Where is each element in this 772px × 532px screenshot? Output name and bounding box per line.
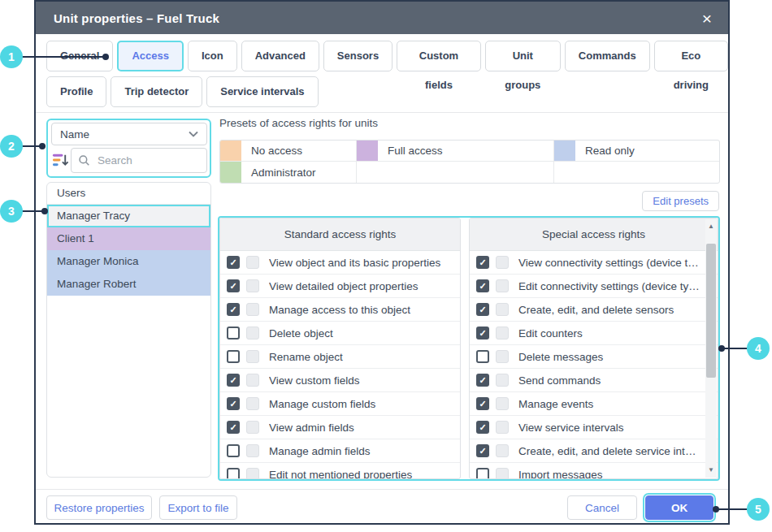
- list-item-manager-monica[interactable]: Manager Monica: [47, 250, 210, 273]
- checkbox-disabled: [246, 397, 259, 410]
- presets-label: Presets of access rights for units: [219, 117, 378, 129]
- access-right-label: View connectivity settings (device typ…: [518, 257, 701, 269]
- checkbox-unchecked[interactable]: [227, 468, 240, 479]
- preset-empty-cell: [357, 162, 554, 183]
- checkbox-unchecked[interactable]: [227, 327, 240, 340]
- checkbox-unchecked[interactable]: [227, 350, 240, 363]
- checkbox-checked[interactable]: ✓: [476, 397, 489, 410]
- checkbox-disabled: [246, 374, 259, 387]
- tab-eco-driving[interactable]: Eco driving: [654, 41, 728, 71]
- preset-no-access[interactable]: No access: [220, 141, 357, 162]
- checkbox-checked[interactable]: ✓: [476, 444, 489, 457]
- edit-presets-button[interactable]: Edit presets: [642, 191, 719, 211]
- preset-read-only[interactable]: Read only: [554, 141, 719, 162]
- export-to-file-button[interactable]: Export to file: [159, 495, 237, 520]
- restore-properties-button[interactable]: Restore properties: [46, 495, 152, 520]
- access-right-label: View detailed object properties: [269, 280, 460, 292]
- list-item-client-1[interactable]: Client 1: [47, 227, 210, 250]
- presets-table: No accessFull accessRead onlyAdministrat…: [219, 140, 720, 184]
- access-right-row-edit-counters: ✓Edit counters: [470, 322, 718, 345]
- check-icon: ✓: [479, 305, 486, 314]
- callout-badge-2: 2: [0, 135, 23, 158]
- tab-icon[interactable]: Icon: [188, 41, 237, 71]
- checkbox-checked[interactable]: ✓: [227, 374, 240, 387]
- tab-trip-detector[interactable]: Trip detector: [111, 76, 202, 107]
- access-right-row-view-custom-fields: ✓View custom fields: [220, 369, 460, 392]
- checkbox-unchecked[interactable]: [476, 468, 489, 479]
- filter-type-select[interactable]: Name: [51, 123, 207, 145]
- vertical-scrollbar[interactable]: ▲ ▼: [705, 219, 717, 478]
- checkbox-disabled: [496, 397, 509, 410]
- access-right-label: Create, edit, and delete service interv…: [518, 445, 701, 457]
- checkbox-disabled: [496, 350, 509, 363]
- list-item-manager-robert[interactable]: Manager Robert: [47, 273, 210, 296]
- access-right-row-view-connectivity-settings-device-typ: ✓View connectivity settings (device typ…: [470, 251, 718, 275]
- tab-service-intervals[interactable]: Service intervals: [206, 76, 318, 107]
- sort-icon: [52, 152, 69, 169]
- checkbox-checked[interactable]: ✓: [227, 279, 240, 292]
- access-right-label: Rename object: [269, 351, 460, 363]
- check-icon: ✓: [229, 305, 236, 314]
- checkbox-checked[interactable]: ✓: [227, 256, 240, 269]
- checkbox-checked[interactable]: ✓: [476, 256, 489, 269]
- checkbox-checked[interactable]: ✓: [227, 397, 240, 410]
- users-list-body: Manager TracyClient 1Manager MonicaManag…: [47, 205, 210, 296]
- callout-line-1: [21, 56, 107, 58]
- ok-button[interactable]: OK: [645, 495, 713, 520]
- tab-custom-fields[interactable]: Custom fields: [397, 41, 481, 71]
- tab-profile[interactable]: Profile: [46, 76, 106, 107]
- preset-administrator[interactable]: Administrator: [220, 162, 357, 183]
- standard-rights-header: Standard access rights: [220, 218, 460, 251]
- search-box: [71, 148, 207, 173]
- check-icon: ✓: [479, 400, 486, 409]
- access-rights-panel: Standard access rights ✓View object and …: [218, 216, 720, 481]
- dialog-title: Unit properties – Fuel Truck: [36, 11, 219, 25]
- tabs-row-1: GeneralAccessIconAdvancedSensorsCustom f…: [46, 41, 728, 71]
- dialog-titlebar: Unit properties – Fuel Truck ×: [36, 2, 728, 34]
- check-icon: ✓: [229, 423, 236, 432]
- access-right-label: Manage access to this object: [269, 304, 460, 316]
- access-right-row-create-edit-and-delete-service-interv: ✓Create, edit, and delete service interv…: [470, 439, 718, 463]
- tab-advanced[interactable]: Advanced: [241, 41, 319, 71]
- access-right-row-view-admin-fields: ✓View admin fields: [220, 416, 460, 439]
- callout-dot-4: [718, 345, 725, 352]
- checkbox-disabled: [246, 256, 259, 269]
- search-input[interactable]: [96, 154, 200, 167]
- checkbox-disabled: [496, 256, 509, 269]
- access-right-label: Send commands: [518, 374, 701, 387]
- checkbox-checked[interactable]: ✓: [476, 374, 489, 387]
- tab-commands[interactable]: Commands: [565, 41, 650, 71]
- tab-access[interactable]: Access: [117, 41, 184, 71]
- scroll-up-icon[interactable]: ▲: [705, 221, 717, 232]
- check-icon: ✓: [229, 258, 236, 267]
- checkbox-checked[interactable]: ✓: [227, 303, 240, 316]
- list-item-manager-tracy[interactable]: Manager Tracy: [47, 205, 210, 227]
- access-right-label: Edit connectivity settings (device typ…: [518, 280, 701, 292]
- checkbox-checked[interactable]: ✓: [476, 279, 489, 292]
- checkbox-checked[interactable]: ✓: [227, 421, 240, 434]
- access-right-row-create-edit-and-delete-sensors: ✓Create, edit, and delete sensors: [470, 298, 718, 322]
- tab-unit-groups[interactable]: Unit groups: [485, 41, 561, 71]
- checkbox-checked[interactable]: ✓: [476, 303, 489, 316]
- checkbox-unchecked[interactable]: [227, 444, 240, 457]
- sort-button[interactable]: [50, 150, 70, 171]
- checkbox-checked[interactable]: ✓: [476, 327, 489, 340]
- callout-line-5: [717, 508, 748, 510]
- check-icon: ✓: [479, 447, 486, 456]
- checkbox-disabled: [496, 421, 509, 434]
- unit-properties-dialog: Unit properties – Fuel Truck × GeneralAc…: [34, 0, 730, 525]
- close-icon[interactable]: ×: [694, 2, 720, 34]
- preset-name: No access: [251, 145, 302, 157]
- scroll-down-icon[interactable]: ▼: [705, 465, 717, 476]
- scrollbar-thumb[interactable]: [706, 244, 716, 378]
- checkbox-unchecked[interactable]: [476, 350, 489, 363]
- special-rights-body: ✓View connectivity settings (device typ……: [470, 251, 718, 479]
- access-right-label: Manage admin fields: [269, 445, 460, 457]
- tab-sensors[interactable]: Sensors: [323, 41, 393, 71]
- access-right-row-manage-events: ✓Manage events: [470, 392, 718, 416]
- cancel-button[interactable]: Cancel: [567, 495, 637, 520]
- preset-full-access[interactable]: Full access: [357, 141, 554, 162]
- checkbox-checked[interactable]: ✓: [476, 421, 489, 434]
- checkbox-disabled: [246, 468, 259, 479]
- preset-name: Read only: [585, 145, 635, 157]
